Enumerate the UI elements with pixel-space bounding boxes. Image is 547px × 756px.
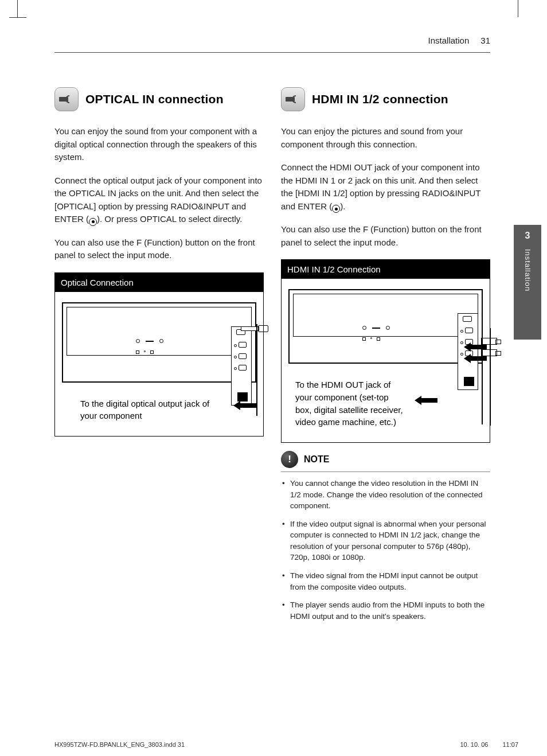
note-item: The player sends audio from the HDMI inp…: [281, 599, 489, 622]
note-item: The video signal from the HDMI input can…: [281, 570, 489, 593]
hdmi-p2a: Connect the HDMI OUT jack of your compon…: [281, 162, 480, 211]
hdmi-p3: You can also use the F (Function) button…: [281, 223, 490, 249]
optical-figure: Optical Connection: [54, 272, 264, 437]
chapter-number: 3: [514, 225, 541, 244]
optical-caption-row: To the digital optical output jack of yo…: [62, 398, 256, 423]
port-panel: [458, 313, 478, 390]
header-section: Installation: [428, 36, 470, 45]
optical-p2: Connect the optical output jack of your …: [54, 174, 264, 226]
port-panel: [231, 326, 252, 406]
arrow-left-icon: [464, 354, 487, 363]
note-item: If the video output signal is abnormal w…: [281, 519, 489, 563]
lan-port-icon: [464, 377, 474, 386]
note-header: ! NOTE: [281, 451, 490, 472]
print-footer: HX995TZW-FD.BPANLLK_ENG_3803.indd 31 10.…: [54, 741, 518, 748]
arrow-left-icon: [415, 396, 437, 405]
hdmi-p2: Connect the HDMI OUT jack of your compon…: [281, 161, 490, 213]
hdmi-icon: [281, 87, 305, 111]
lan-port-icon: [237, 392, 248, 402]
optical-caption: To the digital optical output jack of yo…: [80, 398, 223, 423]
optical-p1: You can enjoy the sound from your compon…: [54, 125, 264, 164]
note-list: You cannot change the video resolution i…: [281, 478, 490, 622]
hdmi-fig-title: HDMI IN 1/2 Connection: [282, 260, 490, 279]
enter-icon: [89, 218, 97, 226]
hdmi-caption-row: To the HDMI OUT jack of your component (…: [288, 379, 483, 428]
enter-icon: [332, 205, 340, 213]
page-content: Installation 31 OPTICAL IN connection Yo…: [54, 36, 490, 629]
footer-time: 11:07: [502, 741, 518, 748]
crop-mark: [17, 0, 18, 17]
chapter-label: Installation: [523, 249, 532, 291]
optical-p2b: ). Or press OPTICAL to select directly.: [97, 214, 242, 224]
note-title: NOTE: [304, 454, 329, 465]
footer-filename: HX995TZW-FD.BPANLLK_ENG_3803.indd 31: [54, 741, 185, 748]
right-column: HDMI IN 1/2 connection You can enjoy the…: [281, 87, 490, 629]
left-column: OPTICAL IN connection You can enjoy the …: [54, 87, 264, 629]
chapter-tab: 3 Installation: [514, 225, 541, 340]
optical-fig-title: Optical Connection: [55, 273, 263, 292]
hdmi-caption: To the HDMI OUT jack of your component (…: [295, 379, 404, 428]
hdmi-figure: HDMI IN 1/2 Connection: [281, 259, 490, 443]
crop-mark: [518, 0, 518, 17]
hdmi-title: HDMI IN 1/2 connection: [312, 92, 448, 106]
page-header: Installation 31: [54, 36, 490, 53]
note-item: You cannot change the video resolution i…: [281, 478, 489, 512]
arrow-left-icon: [233, 401, 256, 410]
optical-p3: You can also use the F (Function) button…: [54, 236, 264, 262]
alert-icon: !: [281, 451, 298, 468]
optical-title: OPTICAL IN connection: [85, 92, 224, 106]
device-rear-diagram: [288, 289, 483, 364]
device-rear-diagram: [62, 302, 256, 383]
optical-icon: [54, 87, 79, 111]
page-number: 31: [480, 36, 490, 45]
hdmi-p1: You can enjoy the pictures and sound fro…: [281, 125, 490, 151]
hdmi-p2b: ).: [340, 201, 345, 211]
footer-date: 10. 10. 06: [460, 741, 488, 748]
